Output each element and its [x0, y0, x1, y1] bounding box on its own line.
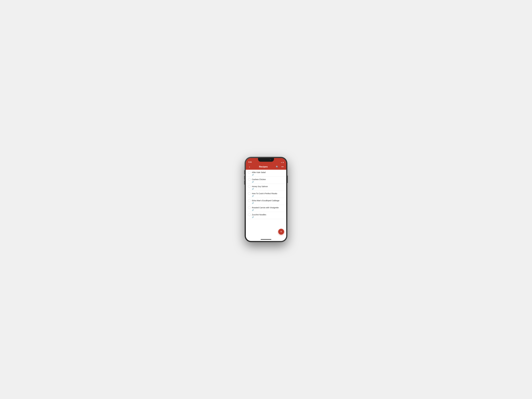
navigation-bar: ‹ Recipes 🔍 •••	[246, 164, 286, 170]
more-icon: •••	[281, 165, 284, 168]
recipe-checkbox[interactable]	[248, 199, 251, 202]
recipe-item[interactable]: Killer Kale Salad🔗	[246, 170, 286, 177]
recipe-link-icon[interactable]: 🔗	[252, 216, 284, 218]
recipe-link-icon[interactable]: 🔗	[252, 174, 284, 176]
battery-icon: ▮	[283, 162, 284, 163]
recipe-item-row: Edna Mae's Escalloped Cabbage	[248, 199, 284, 202]
recipe-name: How To Cook A Perfect Risotto	[252, 192, 277, 195]
nav-title: Recipes	[259, 165, 268, 168]
recipe-name: Roasted Carrots with Vinaigrette	[252, 207, 279, 209]
recipe-checkbox[interactable]	[248, 178, 251, 181]
recipe-link-icon[interactable]: 🔗	[252, 209, 284, 211]
front-camera	[270, 159, 271, 160]
recipe-checkbox[interactable]	[248, 192, 251, 195]
recipe-checkbox[interactable]	[248, 185, 251, 188]
recipe-item-row: Zucchini Noodles	[248, 213, 284, 216]
home-bar	[261, 239, 271, 240]
recipe-name: Cashew Chicken	[252, 178, 266, 180]
recipe-name: Edna Mae's Escalloped Cabbage	[252, 200, 279, 202]
add-recipe-button[interactable]: +	[278, 229, 284, 234]
recipe-item-row: Honey Soy Salmon	[248, 185, 284, 188]
status-bar: 9:41 ▲ ▮	[246, 158, 286, 164]
phone-screen: 9:41 ▲ ▮ ‹ Recipes 🔍 ••• Kil	[246, 158, 286, 241]
recipe-checkbox[interactable]	[248, 171, 251, 174]
recipe-item-row: Killer Kale Salad	[248, 171, 284, 174]
recipe-name: Killer Kale Salad	[252, 171, 266, 173]
back-chevron-icon: ‹	[249, 165, 250, 168]
recipe-item[interactable]: Honey Soy Salmon🔗	[246, 184, 286, 191]
recipe-link-icon[interactable]: 🔗	[252, 195, 284, 197]
recipe-item[interactable]: Edna Mae's Escalloped Cabbage🔗	[246, 198, 286, 205]
recipe-checkbox[interactable]	[248, 206, 251, 209]
recipe-link-icon[interactable]: 🔗	[252, 202, 284, 204]
recipe-item[interactable]: Cashew Chicken🔗	[246, 177, 286, 184]
status-time: 9:41	[248, 161, 252, 163]
back-button[interactable]: ‹	[247, 165, 252, 169]
recipe-item-row: How To Cook A Perfect Risotto	[248, 192, 284, 195]
recipe-item[interactable]: Roasted Carrots with Vinaigrette🔗	[246, 205, 286, 212]
status-icons: ▲ ▮	[281, 162, 284, 163]
wifi-icon: ▲	[281, 162, 282, 163]
recipe-name: Honey Soy Salmon	[252, 185, 268, 188]
recipe-checkbox[interactable]	[248, 213, 251, 216]
recipe-name: Zucchini Noodles	[252, 214, 266, 216]
recipe-item[interactable]: Zucchini Noodles🔗	[246, 212, 286, 219]
recipe-link-icon[interactable]: 🔗	[252, 181, 284, 183]
more-button[interactable]: •••	[280, 165, 285, 169]
recipe-item[interactable]: How To Cook A Perfect Risotto🔗	[246, 191, 286, 198]
search-icon: 🔍	[276, 165, 279, 168]
recipe-item-row: Roasted Carrots with Vinaigrette	[248, 206, 284, 209]
add-icon: +	[280, 230, 282, 233]
recipe-list: Killer Kale Salad🔗Cashew Chicken🔗Honey S…	[246, 170, 286, 238]
home-indicator	[246, 238, 286, 241]
search-button[interactable]: 🔍	[275, 165, 279, 169]
phone-frame: 9:41 ▲ ▮ ‹ Recipes 🔍 ••• Kil	[245, 157, 287, 242]
recipe-item-row: Cashew Chicken	[248, 178, 284, 181]
recipe-link-icon[interactable]: 🔗	[252, 188, 284, 190]
nav-actions: 🔍 •••	[275, 165, 285, 169]
notch	[258, 158, 274, 162]
fab-container: +	[278, 229, 284, 234]
